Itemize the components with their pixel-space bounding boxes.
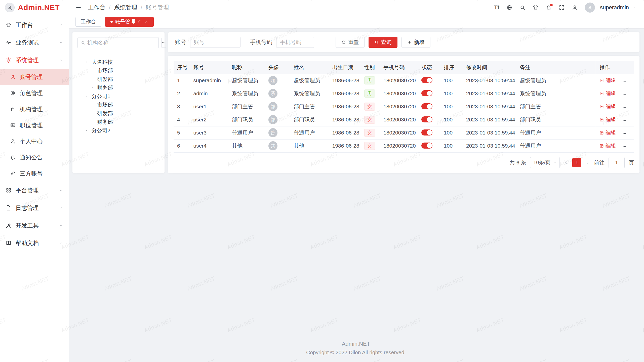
- more-actions-button[interactable]: [622, 79, 627, 83]
- cell-birth: 1986-06-28: [329, 74, 361, 87]
- notification-badge: [550, 4, 553, 6]
- prev-page-button[interactable]: [564, 160, 568, 165]
- breadcrumb-item[interactable]: 工作台: [88, 4, 105, 11]
- sidebar-item-business-test[interactable]: 业务测试: [0, 34, 69, 51]
- edit-button[interactable]: 编辑: [599, 103, 616, 110]
- close-icon[interactable]: [144, 20, 148, 24]
- page-number-button[interactable]: 1: [572, 158, 581, 167]
- goto-page-input[interactable]: [609, 157, 625, 168]
- tree-node[interactable]: 财务部: [77, 83, 159, 92]
- sidebar-item-label: 日志管理: [16, 204, 39, 212]
- more-actions-button[interactable]: [622, 144, 627, 149]
- tree-node[interactable]: 研发部: [77, 109, 159, 118]
- sidebar-item-system-management[interactable]: 系统管理: [0, 51, 69, 69]
- status-toggle[interactable]: [421, 77, 432, 83]
- col-header: 手机号码: [380, 61, 418, 74]
- search-button[interactable]: 查询: [369, 37, 397, 48]
- reset-button[interactable]: 重置: [336, 37, 365, 48]
- more-icon: [622, 144, 627, 149]
- tab-workbench[interactable]: 工作台: [75, 17, 101, 27]
- more-actions-button[interactable]: [622, 118, 627, 123]
- sidebar-item-third-party-account[interactable]: 三方账号: [0, 165, 69, 182]
- more-actions-button[interactable]: [622, 131, 627, 136]
- pagination: 共 6 条 10条/页 1 前往 页: [174, 157, 634, 168]
- gender-badge: 男: [364, 89, 375, 98]
- notification-bell-icon[interactable]: [546, 5, 552, 11]
- cell-modified: 2023-01-03 10:59:44: [463, 100, 516, 113]
- font-size-icon[interactable]: Tt: [494, 4, 499, 11]
- sidebar-item-label: 职位管理: [20, 121, 43, 129]
- user-avatar[interactable]: [585, 3, 595, 13]
- activity-icon: [6, 39, 12, 46]
- sidebar-item-org-management[interactable]: 机构管理: [0, 101, 69, 117]
- caret-down-icon[interactable]: [85, 95, 89, 98]
- tree-node[interactable]: 市场部: [77, 66, 159, 75]
- menu-toggle-icon[interactable]: [75, 5, 82, 11]
- phone-input[interactable]: [276, 37, 314, 48]
- org-search-input[interactable]: [87, 40, 155, 46]
- language-icon[interactable]: [506, 5, 512, 11]
- plus-icon: [407, 40, 412, 44]
- status-toggle[interactable]: [421, 90, 432, 96]
- tab-account-management[interactable]: 账号管理: [105, 17, 154, 27]
- panels: 大名科技 市场部 研发部 财务部: [72, 32, 639, 173]
- tree-node[interactable]: 市场部: [77, 101, 159, 109]
- theme-icon[interactable]: [533, 5, 539, 11]
- status-toggle[interactable]: [421, 143, 432, 149]
- tree-node[interactable]: 分公司1: [77, 92, 159, 101]
- cell-nickname: 其他: [228, 139, 265, 152]
- app-logo[interactable]: Admin.NET: [0, 0, 69, 15]
- cell-order: 100: [440, 126, 463, 139]
- sidebar-item-account-management[interactable]: 账号管理: [0, 69, 69, 85]
- sidebar-item-log-management[interactable]: 日志管理: [0, 199, 69, 217]
- cell-index: 5: [174, 126, 190, 139]
- caret-right-icon[interactable]: [85, 129, 89, 132]
- sidebar-item-profile-center[interactable]: 个人中心: [0, 133, 69, 149]
- sidebar-item-notice[interactable]: 通知公告: [0, 149, 69, 165]
- add-button[interactable]: 新增: [401, 37, 430, 48]
- tree-node-label: 市场部: [97, 101, 113, 108]
- search-icon[interactable]: [519, 5, 526, 11]
- sidebar-item-dev-tools[interactable]: 开发工具: [0, 217, 69, 234]
- edit-button[interactable]: 编辑: [599, 77, 616, 84]
- chevron-down-icon[interactable]: [632, 6, 636, 10]
- tree-node[interactable]: 分公司2: [77, 126, 159, 135]
- next-page-button[interactable]: [585, 160, 590, 165]
- status-toggle[interactable]: [421, 103, 432, 109]
- cell-phone: 18020030720: [380, 100, 418, 113]
- sidebar-item-role-management[interactable]: 角色管理: [0, 85, 69, 101]
- edit-button[interactable]: 编辑: [599, 129, 616, 136]
- account-input[interactable]: [190, 37, 240, 48]
- user-icon[interactable]: [572, 5, 578, 11]
- username[interactable]: superadmin: [600, 4, 629, 11]
- content-area: 大名科技 市场部 研发部 财务部: [69, 29, 644, 362]
- table-row: 5 user3 普通用户 普 普通用户 1986-06-28 女 1802003…: [174, 126, 634, 139]
- tree-node[interactable]: 大名科技: [77, 58, 159, 66]
- sidebar-item-workbench[interactable]: 工作台: [0, 16, 69, 34]
- breadcrumb-item[interactable]: 系统管理: [114, 4, 137, 11]
- refresh-icon[interactable]: [138, 20, 142, 24]
- edit-button[interactable]: 编辑: [599, 142, 616, 149]
- edit-button[interactable]: 编辑: [599, 116, 616, 123]
- page-size-select[interactable]: 10条/页: [530, 157, 560, 168]
- tree-more-button[interactable]: [161, 38, 166, 48]
- tree-node[interactable]: 财务部: [77, 118, 159, 126]
- status-toggle[interactable]: [421, 116, 432, 122]
- edit-button[interactable]: 编辑: [599, 90, 616, 97]
- fullscreen-icon[interactable]: [559, 5, 565, 11]
- phone-label: 手机号码: [250, 38, 272, 46]
- tree-node[interactable]: 研发部: [77, 75, 159, 83]
- sidebar-item-position-management[interactable]: 职位管理: [0, 117, 69, 133]
- caret-down-icon[interactable]: [85, 60, 89, 64]
- more-actions-button[interactable]: [622, 105, 627, 110]
- sidebar-item-help-docs[interactable]: 帮助文档: [0, 234, 69, 252]
- more-actions-button[interactable]: [622, 92, 627, 97]
- sidebar-item-platform-management[interactable]: 平台管理: [0, 182, 69, 199]
- cell-modified: 2023-01-03 10:59:44: [463, 74, 516, 87]
- status-toggle[interactable]: [421, 129, 432, 135]
- caret-right-icon[interactable]: [91, 86, 94, 89]
- document-icon: [6, 205, 12, 211]
- org-search-box[interactable]: [77, 37, 159, 48]
- avatar: 部: [268, 102, 277, 111]
- sidebar-item-label: 账号管理: [20, 73, 43, 81]
